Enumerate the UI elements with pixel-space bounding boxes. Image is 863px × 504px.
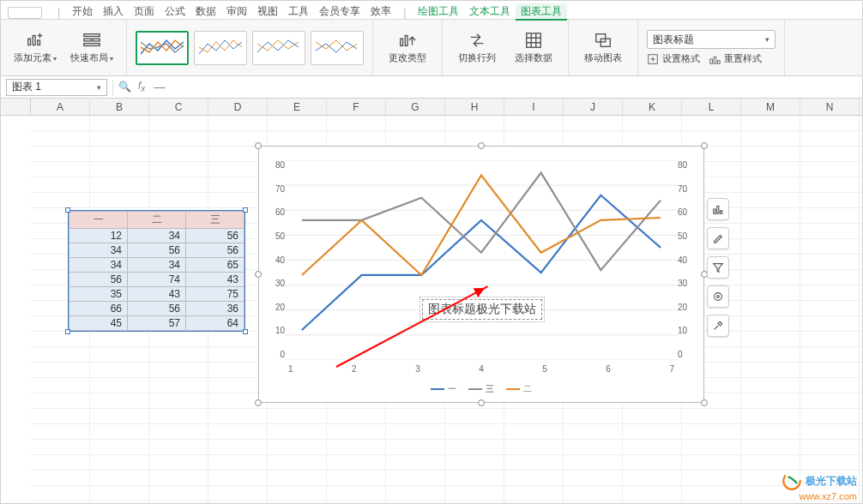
tab-视图[interactable]: 视图 <box>252 3 283 19</box>
zoom-icon[interactable]: 🔍 <box>118 81 131 93</box>
move-chart-button[interactable]: 移动图表 <box>577 31 629 64</box>
switch-rc-icon <box>468 31 486 50</box>
col-header-M[interactable]: M <box>741 99 800 115</box>
col-header-D[interactable]: D <box>208 99 268 115</box>
table-row[interactable]: 345656 <box>69 243 244 258</box>
chart-element-select[interactable]: 图表标题 ▾ <box>647 30 775 49</box>
svg-rect-2 <box>38 40 40 45</box>
tab-绘图工具[interactable]: 绘图工具 <box>413 3 464 19</box>
tab-插入[interactable]: 插入 <box>98 3 129 19</box>
chart-tools-button[interactable] <box>707 315 729 337</box>
table-header[interactable]: 一 <box>69 212 128 229</box>
chart-style-thumb-1[interactable] <box>136 31 189 65</box>
tab-文本工具[interactable]: 文本工具 <box>464 3 516 19</box>
chevron-down-icon: ▾ <box>765 35 769 44</box>
x-axis: 1234567 <box>285 364 678 376</box>
resize-handle[interactable] <box>255 399 262 406</box>
selection-handle[interactable] <box>243 207 248 213</box>
chart-elements-button[interactable] <box>707 198 729 220</box>
table-row[interactable]: 123456 <box>69 229 244 243</box>
selection-handle[interactable] <box>65 329 70 334</box>
svg-rect-5 <box>93 39 100 41</box>
resize-handle[interactable] <box>478 399 485 406</box>
table-row[interactable]: 567443 <box>69 273 244 287</box>
selection-handle[interactable] <box>243 329 248 334</box>
menu-tabstrip: | 开始插入页面公式数据审阅视图工具会员专享效率 | 绘图工具文本工具图表工具 <box>1 1 862 20</box>
change-type-button[interactable]: 更改类型 <box>382 31 433 64</box>
table-row[interactable]: 665636 <box>69 302 244 316</box>
ribbon: 添加元素 快速布局 更改类型 切换行列 <box>1 20 862 76</box>
col-header-H[interactable]: H <box>445 99 504 115</box>
set-format-button[interactable]: 设置格式 <box>647 52 700 65</box>
chart-style-thumb-2[interactable] <box>194 31 247 65</box>
svg-rect-26 <box>717 207 719 214</box>
col-header-F[interactable]: F <box>327 99 386 115</box>
col-header-L[interactable]: L <box>682 99 741 115</box>
col-header-C[interactable]: C <box>149 99 208 115</box>
move-chart-icon <box>594 31 613 50</box>
name-box[interactable]: 图表 1 ▾ <box>6 79 107 96</box>
embedded-chart[interactable]: 80706050403020100 80706050403020100 图表标题… <box>258 146 704 403</box>
quick-layout-button[interactable]: 快速布局 <box>66 31 118 64</box>
table-row[interactable]: 343465 <box>69 258 244 273</box>
legend-item[interactable]: 三 <box>468 383 494 395</box>
chart-style-thumb-3[interactable] <box>252 31 305 65</box>
y-axis-right: 80706050403020100 <box>678 160 700 359</box>
col-header-B[interactable]: B <box>90 99 149 115</box>
tab-会员专享[interactable]: 会员专享 <box>314 3 365 19</box>
legend-item[interactable]: 二 <box>506 383 532 395</box>
legend-item[interactable]: 一 <box>431 383 456 395</box>
tab-图表工具[interactable]: 图表工具 <box>516 3 567 21</box>
svg-point-28 <box>715 293 722 301</box>
select-data-button[interactable]: 选择数据 <box>508 31 559 64</box>
resize-handle[interactable] <box>255 142 262 149</box>
watermark-url: www.xz7.com <box>782 491 857 501</box>
chart-style-thumb-4[interactable] <box>311 31 364 65</box>
col-header-I[interactable]: I <box>504 99 564 115</box>
table-row[interactable]: 354375 <box>69 287 244 302</box>
tab-工具[interactable]: 工具 <box>283 3 314 19</box>
tab-公式[interactable]: 公式 <box>160 3 190 19</box>
worksheet[interactable]: ABCDEFGHIJKLMN 一二三1234563456563434655674… <box>1 99 862 503</box>
col-header-J[interactable]: J <box>564 99 623 115</box>
col-header-E[interactable]: E <box>268 99 327 115</box>
chart-settings-button[interactable] <box>707 285 729 308</box>
chart-filter-button[interactable] <box>707 256 729 279</box>
quick-layout-icon <box>82 31 101 50</box>
change-type-label: 更改类型 <box>389 51 426 64</box>
resize-handle[interactable] <box>478 142 485 149</box>
col-header-K[interactable]: K <box>623 99 682 115</box>
col-header-A[interactable]: A <box>31 99 90 115</box>
add-element-button[interactable]: 添加元素 <box>9 31 61 64</box>
selection-handle[interactable] <box>65 207 70 213</box>
col-header-G[interactable]: G <box>386 99 445 115</box>
chart-styles-button[interactable] <box>707 227 729 249</box>
fx-icon[interactable]: fx <box>138 80 145 93</box>
set-format-label: 设置格式 <box>662 52 700 65</box>
tab-效率[interactable]: 效率 <box>365 3 396 19</box>
tab-开始[interactable]: 开始 <box>67 3 98 19</box>
table-header[interactable]: 三 <box>186 212 244 229</box>
tab-页面[interactable]: 页面 <box>129 3 160 19</box>
plot-area[interactable]: 图表标题极光下载站 <box>285 160 678 359</box>
select-all-corner[interactable] <box>1 99 31 115</box>
source-data-table[interactable]: 一二三1234563456563434655674433543756656364… <box>68 210 245 332</box>
svg-rect-8 <box>405 36 407 46</box>
reset-style-button[interactable]: 重置样式 <box>709 52 762 65</box>
col-header-N[interactable]: N <box>800 99 860 115</box>
tab-审阅[interactable]: 审阅 <box>221 3 252 19</box>
switch-row-col-button[interactable]: 切换行列 <box>451 31 503 64</box>
chart-legend[interactable]: 一三二 <box>259 383 703 395</box>
tab-数据[interactable]: 数据 <box>190 3 221 19</box>
watermark-logo-icon <box>782 471 802 491</box>
formula-input[interactable] <box>150 79 857 96</box>
resize-handle[interactable] <box>701 399 708 406</box>
resize-handle[interactable] <box>701 142 708 149</box>
select-data-label: 选择数据 <box>515 51 552 64</box>
tabstrip-separator: | <box>56 7 62 19</box>
svg-rect-4 <box>84 39 91 41</box>
table-header[interactable]: 二 <box>128 212 186 229</box>
resize-handle[interactable] <box>255 271 262 278</box>
svg-rect-27 <box>721 211 722 214</box>
table-row[interactable]: 455764 <box>69 316 244 331</box>
